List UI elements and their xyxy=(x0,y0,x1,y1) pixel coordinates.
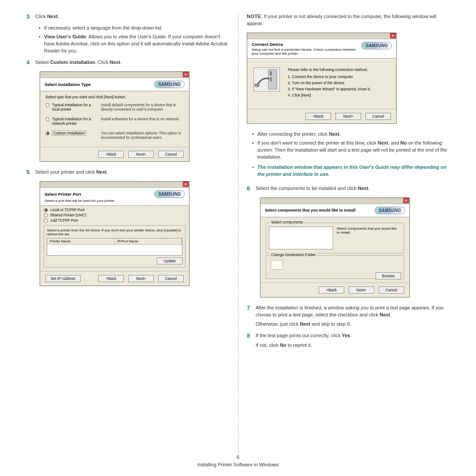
column-divider xyxy=(238,13,238,454)
text: Select the components to be installed an… xyxy=(256,186,358,191)
radio-local-tcpip[interactable]: Local or TCP/IP Port xyxy=(44,208,186,212)
step-5: 5 Select your printer and click Next. xyxy=(26,169,229,176)
radio-typical-local[interactable]: Typical installation for a local printer… xyxy=(45,103,184,112)
update-button[interactable]: Update xyxy=(157,257,182,264)
radio-icon xyxy=(44,219,48,223)
radio-icon xyxy=(44,208,48,212)
browse-button[interactable]: Browse xyxy=(376,272,401,279)
svg-rect-0 xyxy=(268,70,277,89)
svg-rect-1 xyxy=(270,71,272,76)
column-printer-name: Printer Name xyxy=(47,238,115,244)
bold: Next xyxy=(358,186,368,191)
radio-desc: Install softwares for a device that is o… xyxy=(101,117,184,121)
titlebar: × xyxy=(247,33,396,39)
printer-list-group: Select a printer from the list below. If… xyxy=(44,225,186,268)
next-button[interactable]: Next> xyxy=(128,275,154,282)
components-listbox[interactable] xyxy=(269,227,333,249)
component-desc: Select components that you would like to… xyxy=(336,226,401,250)
list-instruction: Select a printer from the list below. If… xyxy=(47,228,182,236)
radio-icon xyxy=(45,103,49,107)
text: The installation window that appears in … xyxy=(257,164,450,178)
text: . xyxy=(368,186,370,191)
right-column: NOTE: If your printer is not already con… xyxy=(247,13,450,353)
radio-custom[interactable]: Custom installationYou can select instal… xyxy=(45,131,184,140)
dialog-body: Please refer to the following connection… xyxy=(247,59,396,109)
bullet-list: •If necessary, select a language from th… xyxy=(39,25,229,55)
text: . xyxy=(339,131,341,137)
samsung-logo: SAMSUNG xyxy=(375,207,405,214)
radio-icon xyxy=(44,213,48,217)
cancel-button[interactable]: Cancel xyxy=(158,151,184,158)
close-icon[interactable]: × xyxy=(390,33,396,38)
bullet-dot: • xyxy=(252,140,257,161)
step-number: 4 xyxy=(26,59,35,66)
back-button[interactable]: <Back xyxy=(319,286,344,294)
bullet-dot: • xyxy=(252,164,257,178)
cancel-button[interactable]: Cancel xyxy=(365,113,391,120)
step-number: 3 xyxy=(26,13,35,20)
samsung-logo: SAMSUNG xyxy=(154,190,185,198)
list-item: 2. Turn on the power of the device xyxy=(288,81,371,85)
column-ip-port: IP/Port Name xyxy=(115,238,182,244)
bullet-dot: • xyxy=(39,25,44,32)
note-block: NOTE: If your printer is not already con… xyxy=(247,13,450,27)
text: Custom installation xyxy=(52,130,86,136)
text: . Click xyxy=(95,60,110,65)
radio-label: Add TCP/IP Port xyxy=(50,218,78,223)
close-icon[interactable]: × xyxy=(183,72,189,77)
dialog-footer: Set IP Address <Back Next> Cancel xyxy=(40,271,189,286)
set-ip-button[interactable]: Set IP Address xyxy=(45,275,81,282)
text: Click xyxy=(35,14,47,19)
radio-add-tcpip[interactable]: Add TCP/IP Port xyxy=(44,218,186,223)
next-button[interactable]: Next> xyxy=(335,113,361,120)
radio-shared-unc[interactable]: Shared Printer (UNC) xyxy=(44,213,186,217)
connection-illustration xyxy=(253,67,280,92)
step-number: 5 xyxy=(26,169,35,175)
bullet-dot: • xyxy=(252,131,257,138)
text: . xyxy=(390,312,391,317)
dialog-title: Select components that you would like to… xyxy=(265,208,356,212)
bold: Next xyxy=(96,169,107,175)
radio-label: Typical installation for a local printer xyxy=(52,103,98,112)
bold: Next xyxy=(300,321,310,327)
step-6: 6 Select the components to be installed … xyxy=(247,185,450,192)
step-8: 8 If the test page prints out correctly,… xyxy=(247,332,450,349)
samsung-logo: SAMSUNG xyxy=(154,81,185,88)
radio-typical-network[interactable]: Typical installation for a network print… xyxy=(45,117,184,126)
printer-listbox[interactable]: Printer Name IP/Port Name xyxy=(47,238,182,256)
instruction-list: Please refer to the following connection… xyxy=(288,67,371,97)
cancel-button[interactable]: Cancel xyxy=(379,286,404,294)
text: Select your printer and click xyxy=(35,169,96,175)
dialog-select-installation-type: × Select Installation Type SAMSUNG Selec… xyxy=(40,71,190,162)
next-button[interactable]: Next> xyxy=(349,286,374,294)
note-text: : If your printer is not already connect… xyxy=(247,14,436,26)
dialog-header: Connect Device Setup can not find a conn… xyxy=(247,39,396,59)
radio-icon xyxy=(45,131,49,135)
dialog-body: Select type that you want and click [Nex… xyxy=(40,91,189,147)
bold: Next xyxy=(47,14,58,19)
back-button[interactable]: <Back xyxy=(98,275,124,282)
close-icon[interactable]: × xyxy=(183,182,189,187)
dialog-select-printer-port: × Select Printer Port SAMSUNG Select a p… xyxy=(40,181,190,286)
cancel-button[interactable]: Cancel xyxy=(158,275,184,282)
bullet-item: •If you don't want to connect the printe… xyxy=(252,140,450,161)
instruction-text: Select type that you want and click [Nex… xyxy=(45,95,184,99)
close-icon[interactable]: × xyxy=(403,198,409,203)
step-body: After the installation is finished, a wi… xyxy=(256,305,450,328)
bullet-item: •If necessary, select a language from th… xyxy=(39,25,229,32)
text: If you don't want to connect the printer… xyxy=(257,140,450,161)
back-button[interactable]: <Back xyxy=(305,113,331,120)
bold: No xyxy=(280,342,286,348)
next-button[interactable]: Next> xyxy=(128,151,154,158)
svg-rect-2 xyxy=(270,77,272,82)
dialog-title: Connect Device xyxy=(252,42,361,47)
dialog-connect-device: × Connect Device Setup can not find a co… xyxy=(247,33,397,124)
dialog-title: Select Printer Port xyxy=(45,192,81,197)
list-item: 4. Click [Next] xyxy=(288,93,371,97)
text: and skip to step 9. xyxy=(310,321,351,327)
bold: Next xyxy=(110,60,120,65)
text: View User's Guide: Allows you to view th… xyxy=(44,33,229,55)
radio-label: Custom installation xyxy=(52,131,98,135)
back-button[interactable]: <Back xyxy=(98,151,124,158)
radio-desc: You can select installation options. Thi… xyxy=(101,131,184,140)
